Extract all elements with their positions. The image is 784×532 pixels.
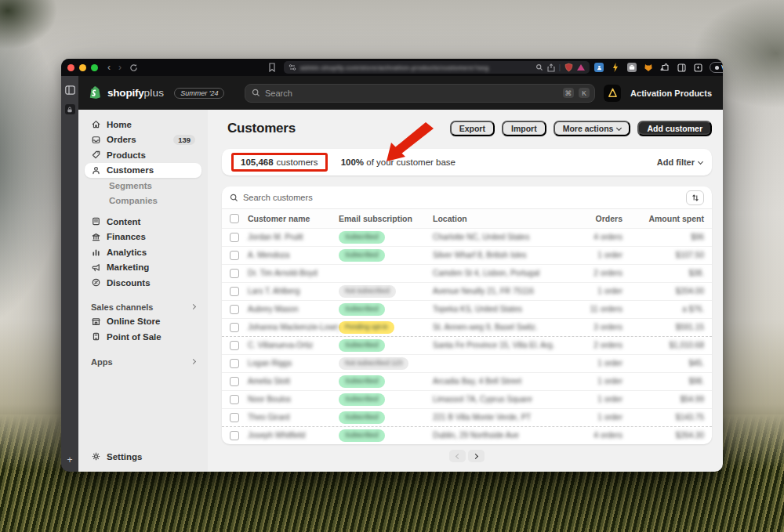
add-workspace-button[interactable]: + [67,454,72,465]
extension-briefcase-icon[interactable] [627,63,637,72]
extension-triangle-icon[interactable] [577,64,585,71]
customer-row[interactable]: Amelia StottSubscribedArcadia Bay, 4 Bel… [222,372,712,390]
row-checkbox[interactable] [230,305,239,314]
minimize-window-button[interactable] [79,64,86,71]
row-checkbox[interactable] [230,377,239,386]
customer-row[interactable]: A. MendozaSubscribedSilver Wharf 8, Brit… [222,246,712,264]
extension-fox-icon[interactable] [644,63,653,72]
vpn-button[interactable]: VPN [710,62,723,73]
row-checkbox[interactable] [230,233,239,242]
sidebar-item-companies[interactable]: Companies [85,194,201,209]
email-subscription-badge: Subscribed [339,339,385,351]
pinned-extension-lock-icon[interactable] [65,104,75,114]
k-key: K [579,88,590,98]
marketing-icon [91,262,101,273]
sidebar-item-segments[interactable]: Segments [85,178,201,194]
export-button[interactable]: Export [450,121,495,136]
sidebar-item-orders[interactable]: Orders139 [85,132,201,148]
site-badge-icon[interactable] [289,63,296,71]
bookmark-icon[interactable] [268,63,276,72]
more-actions-button[interactable]: More actions [554,121,631,136]
row-checkbox[interactable] [230,269,239,278]
search-icon [252,89,260,97]
orders-cell: 1 order [555,377,622,387]
customer-row[interactable]: C. Villanueva-OrtizSubscribedSanta Fe Pr… [222,336,712,354]
row-checkbox[interactable] [230,395,239,404]
previous-page-button[interactable] [449,450,466,462]
customer-row[interactable]: Noor BoulosSubscribedLimassol 7A, Cyprus… [222,390,712,408]
share-icon[interactable] [547,63,555,72]
close-window-button[interactable] [67,64,74,71]
sidebar-item-marketing[interactable]: Marketing [85,260,201,276]
window-controls [67,64,98,71]
discounts-icon [91,277,101,288]
download-panel-icon[interactable] [693,63,702,72]
account-avatar[interactable] [604,85,621,102]
table-search-input[interactable]: Search customers [243,193,681,202]
sidebar-item-finances[interactable]: Finances [85,230,201,245]
adblock-shield-icon[interactable] [564,63,573,72]
find-in-page-icon[interactable] [535,63,543,71]
reload-button[interactable] [129,63,138,72]
sidebar-item-customers[interactable]: Customers [85,163,201,179]
forward-button[interactable]: › [118,62,122,73]
sidebar-section-apps[interactable]: Apps [85,355,201,369]
sidebar-item-products[interactable]: Products [85,147,201,163]
row-checkbox[interactable] [230,323,239,332]
panel-toggle-icon[interactable] [65,84,75,98]
sidebar-item-analytics[interactable]: Analytics [85,244,201,260]
row-checkbox[interactable] [230,431,239,440]
next-page-button[interactable] [468,450,485,462]
customer-name-cell: C. Villanueva-Ortiz [248,341,339,351]
sort-button[interactable] [686,190,704,205]
select-all-checkbox[interactable] [230,214,239,223]
sidebar-item-home[interactable]: Home [85,117,201,132]
sidebar-item-content[interactable]: Content [85,214,201,230]
extension-blue-icon[interactable] [594,63,604,72]
amount-spent-cell: $107.50 [622,251,704,261]
extensions-puzzle-icon[interactable] [660,63,670,72]
row-checkbox[interactable] [230,413,239,422]
row-checkbox[interactable] [230,251,239,260]
customer-row[interactable]: Lars T. AhlbergNot subscribedAvenue Neui… [222,282,712,300]
column-amount-spent[interactable]: Amount spent [622,214,704,223]
sidebar-item-settings[interactable]: Settings [85,450,201,465]
sidebar-item-discounts[interactable]: Discounts [85,275,201,291]
global-search-input[interactable]: Search ⌘ K [245,84,595,103]
orders-cell: 1 order [555,413,622,423]
shopify-plus-logo[interactable]: shopifyplus Summer '24 [88,85,224,100]
row-checkbox[interactable] [230,287,239,296]
import-button[interactable]: Import [502,121,546,136]
amount-spent-cell: $143.75 [622,413,704,423]
row-checkbox[interactable] [230,359,239,368]
sort-arrows-icon [691,194,699,202]
customer-row[interactable]: Jordan M. PruittSubscribedCharlotte NC, … [222,228,712,246]
column-email-subscription[interactable]: Email subscription [339,214,433,223]
column-orders[interactable]: Orders [555,214,622,223]
customer-row[interactable]: Johanna Mackenzie-LowryPending opt-inSt.… [222,318,712,336]
column-customer-name[interactable]: Customer name [248,214,339,223]
amount-spent-cell: $98. [622,377,704,387]
chevron-down-icon [616,125,622,130]
column-location[interactable]: Location [433,214,555,223]
orders-icon [91,135,101,145]
sidebar-item-point-of-sale[interactable]: Point of Sale [85,329,201,345]
add-filter-button[interactable]: Add filter [657,157,702,167]
row-checkbox[interactable] [230,341,239,350]
customer-row[interactable]: Joseph WhitfieldSubscribedDublin, 29 Nor… [222,426,712,444]
address-bar[interactable]: admin.shopify.com/store/activation-produ… [284,61,590,74]
customer-row[interactable]: Theo GirardSubscribed221 B Villa Monte V… [222,408,712,426]
sidebar-section-sales-channels[interactable]: Sales channels [85,300,201,314]
add-customer-button[interactable]: Add customer [637,121,712,136]
customer-row[interactable]: Dr. Tim Arnold-BoydCamden St 4, Lisbon, … [222,264,712,282]
sidebar-item-online-store[interactable]: Online Store [85,314,201,330]
customer-row[interactable]: Logan RiggsNot subscribed 1231 order$45. [222,354,712,372]
zoom-window-button[interactable] [91,64,98,71]
sidebar-toggle-icon[interactable] [677,63,686,72]
orders-cell: 3 orders [555,323,622,333]
back-button[interactable]: ‹ [107,62,111,73]
account-name[interactable]: Activation Products [630,89,712,98]
extension-lightning-icon[interactable] [611,63,620,72]
sidebar-item-label: Online Store [107,317,195,326]
customer-row[interactable]: Aubrey MasonSubscribedTopeka KS, United … [222,300,712,318]
